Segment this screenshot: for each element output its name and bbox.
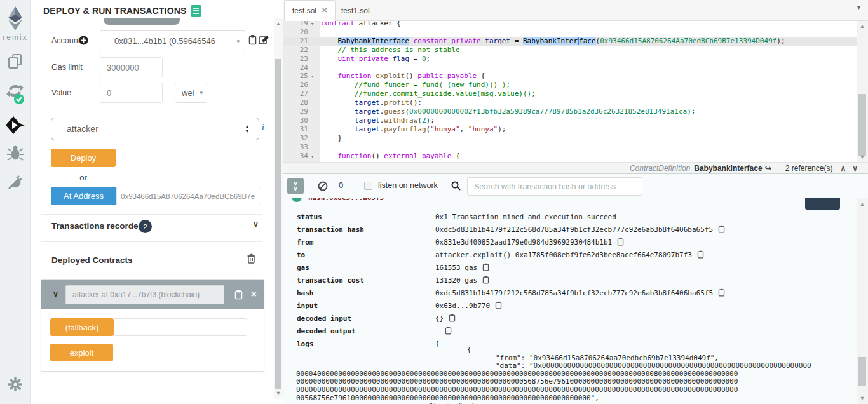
scroll-down-icon[interactable]: ▼ [857, 154, 868, 160]
close-instance-icon[interactable]: × [251, 288, 257, 299]
copy-icon[interactable] [718, 225, 725, 233]
plugin-manager-icon[interactable] [0, 173, 31, 194]
log-line: { [467, 346, 471, 354]
scroll-up-icon[interactable]: ▲ [857, 201, 868, 207]
clear-console-icon[interactable] [318, 181, 328, 191]
copy-icon[interactable] [482, 276, 489, 284]
copy-icon[interactable] [449, 314, 456, 322]
file-explorer-icon[interactable] [0, 53, 31, 72]
panel-scrollbar[interactable]: ▲ ▼ [274, 18, 283, 399]
tx-detail-label: transaction hash [297, 224, 435, 236]
debugger-icon[interactable] [0, 145, 31, 164]
copy-account-icon[interactable] [248, 35, 257, 45]
tx-detail-value: 0xdc5d831b1b4179f212c568d785a34f9b1cf32e… [435, 226, 713, 234]
deployed-contract-card: ∨ attacker at 0xa17...7b7f3 (blockchain)… [41, 279, 264, 372]
listen-network-label: listen on network [378, 181, 438, 190]
fold-icon[interactable]: ▾ [311, 21, 314, 28]
tx-detail-value: 0x1 Transaction mined and execution succ… [435, 213, 616, 221]
tab-menu-icon[interactable]: ▾ [857, 4, 860, 11]
instance-title: attacker at 0xa17...7b7f3 (blockchain) [65, 285, 224, 304]
tab-label: test1.sol [341, 6, 370, 15]
line-number: 24 [283, 64, 308, 72]
updown-icon: ▲▼ [245, 125, 250, 133]
chevron-down-icon[interactable]: ∨ [253, 220, 259, 229]
tab-test1.sol[interactable]: test1.sol [334, 0, 377, 21]
contract-instance-header[interactable]: ∨ attacker at 0xa17...7b7f3 (blockchain)… [41, 280, 264, 309]
copy-icon[interactable] [482, 263, 489, 271]
sign-message-icon[interactable] [259, 35, 269, 45]
terminal-scroll-thumb[interactable] [858, 357, 866, 386]
scroll-up-icon[interactable]: ▲ [857, 23, 868, 29]
contract-selected: attacker [67, 124, 98, 134]
deploy-run-icon[interactable] [0, 116, 31, 137]
goto-reference-icon[interactable]: ↪ [765, 164, 771, 173]
scrolled-environment-control[interactable] [104, 18, 180, 25]
line-number: 26 [283, 81, 308, 90]
account-select[interactable]: 0x831...4b1b1 (0.59646546 ▾ [100, 30, 245, 51]
fallback-input[interactable] [114, 318, 247, 336]
tx-detail-value: attacker.exploit() 0xa1785f008ebf9fe62d3… [435, 251, 692, 259]
contract-select[interactable]: attacker ▲▼ [51, 118, 259, 140]
prev-reference-icon[interactable]: ∧ [840, 164, 846, 173]
tx-summary-hash[interactable]: hash:0xdc5...a65f5 [308, 198, 384, 202]
solidity-compiler-icon[interactable] [0, 84, 31, 108]
scroll-up-icon[interactable]: ▲ [274, 20, 283, 27]
tx-detail-row: toattacker.exploit() 0xa1785f008ebf9fe62… [297, 249, 704, 262]
gas-limit-label: Gas limit [51, 63, 83, 72]
code-line-33: 33 [283, 143, 857, 152]
tx-success-icon [292, 198, 302, 202]
copy-icon[interactable] [718, 288, 725, 297]
line-number: 20 [283, 28, 308, 37]
gas-limit-input[interactable] [100, 57, 163, 77]
line-number: 27 [283, 90, 308, 98]
copy-icon[interactable] [445, 327, 452, 335]
tab-label: test.sol [292, 6, 316, 15]
terminal-expand-icon[interactable]: ∨∨ [287, 178, 304, 194]
code-editor[interactable]: 19▾contract attacker {2021 BabybankInter… [283, 21, 857, 162]
value-input[interactable] [100, 83, 163, 103]
value-unit-select[interactable]: wei ▾ [175, 83, 207, 103]
divider [41, 241, 262, 242]
tx-detail-value: {} [435, 314, 444, 323]
copy-icon[interactable] [697, 250, 704, 259]
deploy-button[interactable]: Deploy [51, 149, 116, 167]
editor-scrollbar[interactable]: ▲ ▼ [857, 21, 868, 162]
tab-test.sol[interactable]: test.sol✕ [284, 0, 336, 21]
copy-instance-icon[interactable] [234, 290, 243, 300]
exploit-button[interactable]: exploit [50, 344, 113, 361]
fold-icon[interactable]: ▾ [311, 152, 314, 161]
copy-icon[interactable] [617, 238, 624, 246]
scroll-down-icon[interactable]: ▼ [274, 390, 283, 396]
copy-icon[interactable] [495, 301, 502, 309]
editor-scroll-thumb[interactable] [858, 94, 866, 156]
fallback-button[interactable]: (fallback) [50, 318, 114, 336]
at-address-input[interactable] [116, 187, 261, 205]
at-address-button[interactable]: At Address [51, 187, 116, 205]
tx-detail-value: 0xdc5d831b1b4179f212c568d785a34f9b1cf32e… [435, 289, 713, 297]
editor-tabbar: test.sol✕test1.sol [283, 0, 868, 21]
next-reference-icon[interactable]: ∨ [852, 164, 858, 173]
close-tab-icon[interactable]: ✕ [322, 6, 327, 15]
terminal-search-input[interactable] [467, 177, 642, 196]
listen-network-checkbox[interactable] [364, 182, 372, 190]
code-line-19: 19▾contract attacker { [283, 21, 857, 28]
settings-gear-icon[interactable] [0, 377, 31, 394]
fold-icon[interactable]: ▾ [311, 72, 314, 81]
deploy-run-panel: DEPLOY & RUN TRANSACTIONS Account 0x831.… [31, 0, 283, 404]
tx-detail-row: input0x63d...9b770 [297, 300, 502, 313]
info-icon[interactable]: i [262, 123, 264, 133]
line-number: 22 [283, 46, 308, 55]
code-line-34: 34▾ function() external payable { [283, 152, 857, 161]
scroll-down-icon[interactable]: ▼ [857, 395, 868, 401]
panel-scroll-thumb[interactable] [275, 59, 281, 389]
add-account-icon[interactable] [79, 36, 88, 45]
chevron-down-icon[interactable]: ∨ [53, 290, 58, 299]
line-number: 31 [283, 125, 308, 134]
trash-icon[interactable] [247, 253, 255, 264]
terminal-scrollbar[interactable]: ▲ ▼ [857, 198, 868, 404]
line-number: 30 [283, 116, 308, 125]
search-icon [451, 181, 461, 191]
log-line: 0000000000000000000000000000000000000000… [296, 386, 738, 394]
debug-button[interactable] [805, 198, 840, 210]
code-line-30: 30 target.withdraw(2); [283, 116, 857, 125]
